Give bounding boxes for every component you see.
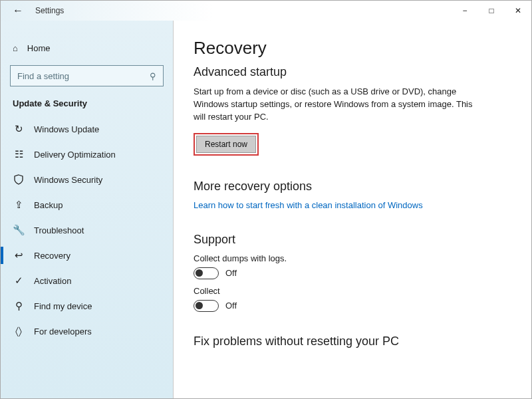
location-icon: ⚲ [13, 300, 25, 312]
search-icon: ⚲ [150, 71, 156, 81]
search-container: Find a setting ⚲ [1, 60, 173, 94]
toggle-label: Collect [194, 286, 511, 296]
content-area: ⌂ Home Find a setting ⚲ Update & Securit… [1, 21, 531, 398]
sidebar: ⌂ Home Find a setting ⚲ Update & Securit… [1, 21, 174, 398]
sidebar-item-label: Activation [34, 276, 71, 286]
fix-problems-heading: Fix problems without resetting your PC [194, 334, 511, 348]
main-panel: Recovery Advanced startup Start up from … [174, 21, 531, 398]
sidebar-item-label: For developers [34, 327, 92, 336]
wrench-icon: 🔧 [13, 224, 25, 236]
titlebar: ← Settings − □ ✕ [1, 1, 531, 21]
sidebar-item-label: Windows Security [34, 175, 102, 185]
start-fresh-link[interactable]: Learn how to start fresh with a clean in… [194, 200, 423, 210]
search-placeholder: Find a setting [17, 71, 69, 81]
sidebar-item-backup[interactable]: ⇪ Backup [1, 192, 173, 217]
sidebar-item-label: Backup [34, 200, 63, 210]
maximize-button[interactable]: □ [478, 1, 505, 21]
advanced-startup-desc: Start up from a device or disc (such as … [194, 86, 473, 124]
back-button[interactable]: ← [13, 5, 23, 16]
toggle-collect: Collect Off [194, 286, 511, 312]
app-title: Settings [35, 6, 64, 15]
toggle-control[interactable]: Off [194, 300, 511, 312]
sidebar-item-troubleshoot[interactable]: 🔧 Troubleshoot [1, 217, 173, 243]
sidebar-item-activation[interactable]: ✓ Activation [1, 268, 173, 293]
check-circle-icon: ✓ [13, 275, 25, 287]
code-icon: 〈〉 [13, 325, 25, 337]
sidebar-item-label: Recovery [34, 251, 70, 261]
recovery-icon: ↩ [13, 249, 25, 261]
toggle-switch-icon [194, 267, 219, 279]
toggle-state: Off [225, 268, 237, 278]
shield-icon [13, 174, 25, 186]
delivery-icon: ☷ [13, 148, 25, 160]
toggle-switch-icon [194, 300, 219, 312]
minimize-button[interactable]: − [452, 1, 478, 21]
sidebar-item-windows-update[interactable]: ↻ Windows Update [1, 116, 173, 142]
titlebar-left: ← Settings [1, 5, 64, 16]
restart-now-button[interactable]: Restart now [196, 136, 256, 153]
search-input[interactable]: Find a setting ⚲ [10, 65, 164, 86]
sidebar-item-label: Windows Update [34, 124, 99, 134]
toggle-collect-dumps: Collect dumps with logs. Off [194, 253, 511, 279]
sidebar-item-delivery-optimization[interactable]: ☷ Delivery Optimization [1, 142, 173, 167]
sidebar-item-recovery[interactable]: ↩ Recovery [1, 243, 173, 268]
sidebar-item-for-developers[interactable]: 〈〉 For developers [1, 319, 173, 344]
sidebar-item-label: Troubleshoot [34, 225, 84, 235]
window-controls: − □ ✕ [452, 1, 531, 21]
page-title: Recovery [194, 38, 511, 59]
nav-list: ↻ Windows Update ☷ Delivery Optimization… [1, 116, 173, 344]
advanced-startup-heading: Advanced startup [194, 65, 511, 79]
sidebar-item-windows-security[interactable]: Windows Security [1, 167, 173, 192]
toggle-label: Collect dumps with logs. [194, 253, 511, 263]
backup-icon: ⇪ [13, 199, 25, 211]
sync-icon: ↻ [13, 123, 25, 135]
toggle-control[interactable]: Off [194, 267, 511, 279]
toggle-state: Off [225, 301, 237, 311]
category-heading: Update & Security [1, 94, 173, 116]
settings-window: ← Settings − □ ✕ ⌂ Home Find a setting ⚲… [0, 0, 532, 399]
sidebar-item-label: Delivery Optimization [34, 150, 116, 160]
more-recovery-heading: More recovery options [194, 180, 511, 194]
home-label: Home [27, 43, 51, 53]
sidebar-item-label: Find my device [34, 301, 92, 311]
support-heading: Support [194, 233, 511, 247]
sidebar-item-find-my-device[interactable]: ⚲ Find my device [1, 293, 173, 319]
home-nav[interactable]: ⌂ Home [1, 39, 173, 60]
home-icon: ⌂ [13, 43, 18, 53]
close-button[interactable]: ✕ [505, 1, 531, 21]
highlight-box: Restart now [194, 133, 259, 156]
